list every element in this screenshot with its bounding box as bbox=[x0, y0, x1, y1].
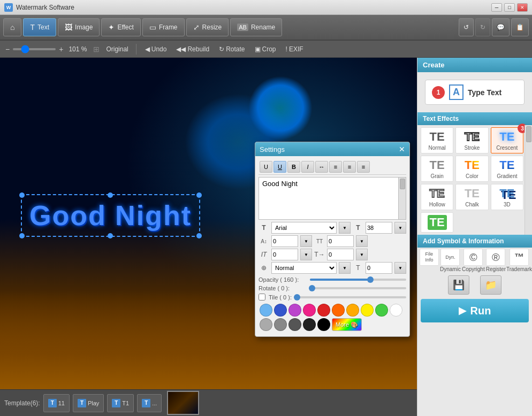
text-scrollbar[interactable] bbox=[398, 178, 406, 219]
exif-button[interactable]: ! EXIF bbox=[283, 44, 307, 54]
save-button[interactable]: 💾 bbox=[448, 275, 469, 295]
more-colors-button[interactable]: More 🎨 bbox=[332, 318, 362, 331]
color-green[interactable] bbox=[375, 304, 388, 317]
spacing1-dropdown[interactable]: ▼ bbox=[300, 235, 312, 247]
zoom-out-button[interactable]: − bbox=[5, 45, 10, 53]
rotate-thumb[interactable] bbox=[309, 285, 315, 291]
spacing3-input[interactable] bbox=[271, 249, 298, 260]
color-red[interactable] bbox=[317, 304, 330, 317]
spacing4-dropdown[interactable]: ▼ bbox=[356, 249, 368, 260]
color-white[interactable] bbox=[390, 304, 402, 317]
run-button[interactable]: ▶ Run bbox=[421, 299, 529, 322]
symbol-file-info[interactable]: FileInfo bbox=[420, 249, 439, 272]
format-align-left[interactable]: ≡ bbox=[329, 161, 342, 173]
app-icon: W bbox=[4, 3, 13, 12]
watermark-text-box[interactable]: Good Night bbox=[21, 194, 200, 237]
template-item-1[interactable]: T 11 bbox=[43, 394, 70, 412]
color-orange[interactable] bbox=[332, 304, 345, 317]
spacing3-dropdown[interactable]: ▼ bbox=[300, 249, 312, 260]
effect-symbol[interactable]: TE bbox=[421, 212, 453, 233]
spacing1-input[interactable] bbox=[271, 235, 298, 247]
rebuild-button[interactable]: ◀◀ Rebuild bbox=[173, 44, 212, 54]
effect-grain[interactable]: TE Grain bbox=[421, 156, 453, 182]
color-lightgray[interactable] bbox=[260, 318, 272, 331]
font-size-dropdown[interactable]: ▼ bbox=[394, 222, 406, 234]
color-yellow[interactable] bbox=[361, 304, 374, 317]
save-as-button[interactable]: 📁 bbox=[480, 275, 501, 295]
spacing2-dropdown[interactable]: ▼ bbox=[356, 235, 368, 247]
template-item-4[interactable]: T ... bbox=[137, 394, 162, 412]
tile-checkbox[interactable] bbox=[259, 294, 265, 301]
tile-thumb[interactable] bbox=[294, 294, 300, 301]
blend-value-dropdown[interactable]: ▼ bbox=[394, 262, 406, 274]
resize-button[interactable]: ⤢ Resize bbox=[186, 18, 229, 36]
effect-crescent[interactable]: 3 TE Crescent bbox=[491, 127, 523, 153]
color-purple[interactable] bbox=[288, 304, 301, 317]
home-button[interactable]: ⌂ bbox=[3, 18, 21, 36]
symbol-trademark[interactable]: ™ Trademark bbox=[507, 249, 531, 272]
symbol-dynamic[interactable]: Dyn. Dynamic bbox=[440, 249, 461, 272]
resize-handle-br[interactable] bbox=[196, 233, 202, 238]
undo-toolbar-button[interactable]: ↺ bbox=[459, 18, 474, 36]
resize-handle-tr[interactable] bbox=[196, 192, 202, 198]
format-bold[interactable]: B bbox=[287, 161, 300, 173]
rename-button[interactable]: AB Rename bbox=[230, 18, 282, 36]
create-type-button[interactable]: 1 A Type Text bbox=[425, 80, 525, 105]
font-family-dropdown[interactable]: ▼ bbox=[339, 222, 351, 234]
effect-normal[interactable]: TE Normal bbox=[421, 127, 453, 153]
blend-value-input[interactable] bbox=[366, 262, 392, 274]
image-button[interactable]: 🖼 Image bbox=[58, 18, 100, 36]
effect-color[interactable]: TE Color bbox=[455, 156, 488, 182]
color-blue[interactable] bbox=[274, 304, 287, 317]
resize-handle-tl[interactable] bbox=[19, 192, 25, 198]
effect-stroke[interactable]: TE Stroke bbox=[455, 127, 488, 153]
symbol-copyright[interactable]: © Copyright bbox=[462, 249, 485, 272]
undo-button[interactable]: ◀ Undo bbox=[142, 44, 170, 54]
opacity-thumb[interactable] bbox=[367, 276, 374, 283]
color-black[interactable] bbox=[317, 318, 330, 331]
color-nearblack[interactable] bbox=[303, 318, 316, 331]
crop-button[interactable]: ▣ Crop bbox=[252, 44, 279, 54]
format-align-center[interactable]: ≡ bbox=[343, 161, 356, 173]
close-button[interactable]: ✕ bbox=[517, 3, 528, 12]
resize-handle-bl[interactable] bbox=[19, 233, 25, 238]
text-button[interactable]: T Text bbox=[23, 18, 56, 36]
format-align-right[interactable]: ≡ bbox=[357, 161, 370, 173]
effect-hollow[interactable]: TE Hollow bbox=[421, 184, 453, 210]
format-underline2[interactable]: U bbox=[273, 161, 286, 173]
blend-dropdown[interactable]: ▼ bbox=[339, 262, 351, 274]
resize-handle-tm[interactable] bbox=[108, 192, 113, 198]
color-pink[interactable] bbox=[303, 304, 316, 317]
font-family-select[interactable]: Arial Times New Roman Verdana bbox=[271, 222, 337, 234]
spacing4-input[interactable] bbox=[327, 249, 354, 260]
frame-button[interactable]: ▭ Frame bbox=[142, 18, 185, 36]
template-item-3[interactable]: T T1 bbox=[107, 394, 134, 412]
symbol-register[interactable]: ® Register bbox=[486, 249, 506, 272]
redo-toolbar-button[interactable]: ↻ bbox=[475, 18, 490, 36]
effect-3d[interactable]: TE 3D bbox=[491, 184, 523, 210]
spacing2-input[interactable] bbox=[327, 235, 354, 247]
format-underline[interactable]: U bbox=[260, 161, 272, 173]
export-button[interactable]: 📋 bbox=[511, 18, 529, 36]
chat-button[interactable]: 💬 bbox=[492, 18, 510, 36]
text-input[interactable]: Good Night bbox=[259, 178, 397, 219]
template-item-2[interactable]: T Play bbox=[73, 394, 104, 412]
minimize-button[interactable]: ─ bbox=[491, 3, 502, 12]
color-lightblue[interactable] bbox=[260, 304, 272, 317]
effect-chalk[interactable]: TE Chalk bbox=[455, 184, 488, 210]
dialog-close-button[interactable]: ✕ bbox=[399, 145, 405, 153]
zoom-in-button[interactable]: + bbox=[59, 45, 63, 53]
blend-mode-select[interactable]: Normal Multiply Screen bbox=[271, 262, 337, 274]
zoom-slider[interactable] bbox=[13, 48, 56, 50]
font-size-input[interactable] bbox=[366, 222, 392, 234]
effect-button[interactable]: ✦ Effect bbox=[101, 18, 140, 36]
color-darkgray[interactable] bbox=[288, 318, 301, 331]
color-gray[interactable] bbox=[274, 318, 287, 331]
color-amber[interactable] bbox=[346, 304, 359, 317]
format-width[interactable]: ↔ bbox=[315, 161, 328, 173]
effects-scrollbar[interactable] bbox=[525, 125, 532, 235]
maximize-button[interactable]: □ bbox=[504, 3, 515, 12]
rotate-button[interactable]: ↻ Rotate bbox=[216, 44, 248, 54]
effect-gradient[interactable]: TE Gradient bbox=[491, 156, 523, 182]
format-italic[interactable]: I bbox=[301, 161, 314, 173]
